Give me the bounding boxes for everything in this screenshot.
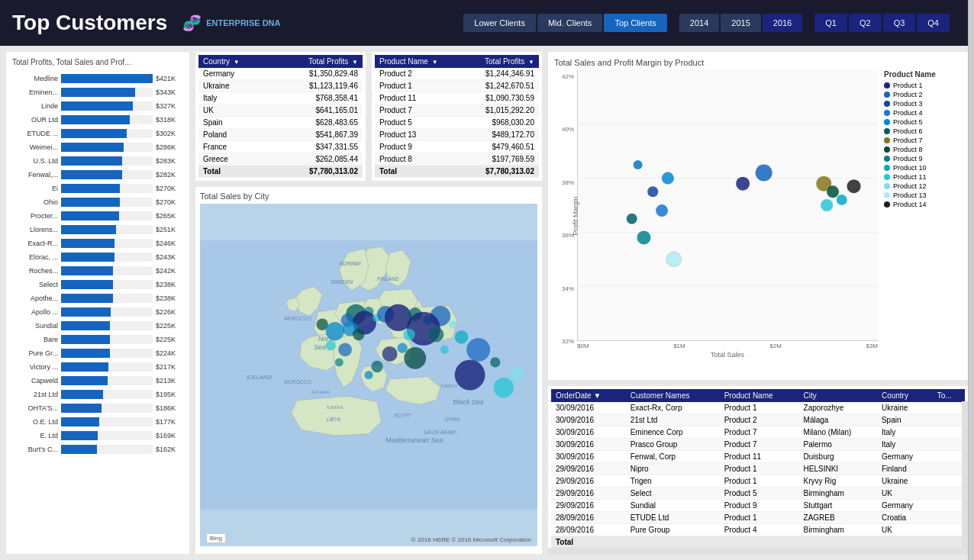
table-row: Italy $768,358.41 xyxy=(198,92,363,105)
bar-item: Linde $327K xyxy=(12,100,183,112)
svg-text:TUNISIA: TUNISIA xyxy=(327,405,343,410)
bar-item: O.E. Ltd $177K xyxy=(12,416,183,428)
country-cell: France xyxy=(198,141,270,153)
year-2016-btn[interactable]: 2016 xyxy=(763,14,802,32)
bar-item: Select $238K xyxy=(12,278,183,291)
legend-dot xyxy=(884,192,890,198)
bar-item: Apothe... $238K xyxy=(12,292,183,304)
legend-dot xyxy=(884,156,890,162)
bottom-table-scrollbar-h[interactable] xyxy=(548,548,968,554)
bar-fill xyxy=(61,280,113,289)
q4-btn[interactable]: Q4 xyxy=(917,14,950,32)
svg-text:MOROCCO: MOROCCO xyxy=(285,316,311,321)
product-profits-cell: $1,090,730.59 xyxy=(463,92,539,105)
svg-point-48 xyxy=(364,371,373,379)
bar-value: $195K xyxy=(156,391,183,398)
bar-label: Llorens... xyxy=(12,226,58,233)
bar-label: Sundial xyxy=(12,322,58,330)
logo-text: ENTERPRISE DNA xyxy=(206,18,280,27)
legend-item: Product 5 xyxy=(884,118,962,126)
bar-label: Weimei... xyxy=(12,143,58,151)
bar-item: 21st Ltd $195K xyxy=(12,388,183,401)
bar-value: $162K xyxy=(156,446,183,453)
lower-clients-btn[interactable]: Lower Clients xyxy=(463,14,536,32)
svg-text:SYRIA: SYRIA xyxy=(444,417,460,422)
svg-point-42 xyxy=(404,347,426,369)
legend-label: Product 7 xyxy=(893,137,923,144)
bar-label: Ei xyxy=(12,185,58,192)
svg-point-43 xyxy=(440,346,449,354)
svg-point-45 xyxy=(466,338,490,362)
top-clients-btn[interactable]: Top Clients xyxy=(604,14,666,32)
country-cell: Ukraine xyxy=(877,475,933,488)
table-row: Product 11 $1,090,730.59 xyxy=(375,92,539,105)
bar-item: Ohio $270K xyxy=(12,196,183,208)
bar-label: ETUDE ... xyxy=(12,130,58,137)
q1-btn[interactable]: Q1 xyxy=(814,14,847,32)
product-profits-cell: $968,030.20 xyxy=(463,117,539,129)
bar-label: Elorac, ... xyxy=(12,253,58,261)
bar-label: U.S. Ltd xyxy=(12,157,58,165)
country-cell: Spain xyxy=(877,414,933,426)
product-profits-cell: $1,244,346.91 xyxy=(463,68,539,80)
product-name-cell: Product 11 xyxy=(375,92,463,105)
q3-btn[interactable]: Q3 xyxy=(883,14,916,32)
bar-item: Medline $421K xyxy=(12,72,183,85)
mid-clients-btn[interactable]: Mid. Clients xyxy=(537,14,602,32)
legend-label: Product 14 xyxy=(893,201,927,208)
country-cell: Italy xyxy=(877,439,933,451)
legend-title: Product Name xyxy=(884,70,962,79)
city-cell: Birmingham xyxy=(799,488,877,500)
date-cell: 29/09/2016 xyxy=(551,488,626,500)
bar-item: Ei $270K xyxy=(12,182,183,195)
product-table-container: Product Name ▼ Total Profits ▼ Product 2… xyxy=(372,52,542,181)
bar-fill xyxy=(61,129,127,138)
legend-label: Product 6 xyxy=(893,127,923,135)
y-42: 42% xyxy=(562,73,574,80)
total-cell xyxy=(933,524,965,536)
bar-container xyxy=(61,376,153,385)
country-cell: UK xyxy=(877,524,933,536)
city-cell: Birmingham xyxy=(799,524,877,536)
bar-label: Bare xyxy=(12,336,58,343)
legend-label: Product 3 xyxy=(893,100,923,108)
svg-point-41 xyxy=(398,343,408,353)
bar-container xyxy=(61,253,153,262)
svg-text:Sea: Sea xyxy=(314,343,326,351)
bar-label: Apollo ... xyxy=(12,308,58,316)
bar-value: $343K xyxy=(156,89,183,96)
product-cell: Product 4 xyxy=(720,524,799,536)
q2-btn[interactable]: Q2 xyxy=(849,14,882,32)
product-cell: Product 1 xyxy=(720,463,799,475)
bar-container xyxy=(61,88,153,97)
logo: 🧬 ENTERPRISE DNA xyxy=(182,14,280,32)
bar-value: $226K xyxy=(156,308,183,316)
legend-item: Product 13 xyxy=(884,191,962,199)
city-cell: ZAGREB xyxy=(799,512,877,524)
legend-dot xyxy=(884,92,890,98)
map-bing-credit: Bing xyxy=(206,533,226,543)
svg-text:Black Sea: Black Sea xyxy=(453,398,484,406)
year-2015-btn[interactable]: 2015 xyxy=(721,14,760,32)
legend-item: Product 14 xyxy=(884,201,962,208)
city-cell: HELSINKI xyxy=(799,463,877,475)
bottom-table-scrollbar-v[interactable] xyxy=(962,401,968,548)
svg-text:Mediterranean Sea: Mediterranean Sea xyxy=(385,436,443,444)
bar-fill xyxy=(61,184,120,193)
svg-point-49 xyxy=(455,360,485,391)
bar-value: $327K xyxy=(156,102,183,110)
year-2014-btn[interactable]: 2014 xyxy=(679,14,719,32)
bar-fill xyxy=(61,253,114,262)
country-cell: Greece xyxy=(198,153,270,166)
legend-item: Product 7 xyxy=(884,137,962,144)
table-row: 28/09/2016 Pure Group Product 4 Birmingh… xyxy=(551,524,965,536)
customer-cell: Exact-Rx, Corp xyxy=(626,402,720,414)
legend-dot xyxy=(884,82,890,89)
country-total-value: $7,780,313.02 xyxy=(270,166,363,178)
country-cell: Croatia xyxy=(877,512,933,524)
orderdate-sort: ▼ xyxy=(593,391,601,400)
legend-item: Product 10 xyxy=(884,164,962,172)
map-area[interactable]: North Sea Black Sea Mediterranean Sea IC… xyxy=(200,204,537,546)
map-svg: North Sea Black Sea Mediterranean Sea IC… xyxy=(200,204,537,546)
bar-value: $421K xyxy=(156,75,183,82)
